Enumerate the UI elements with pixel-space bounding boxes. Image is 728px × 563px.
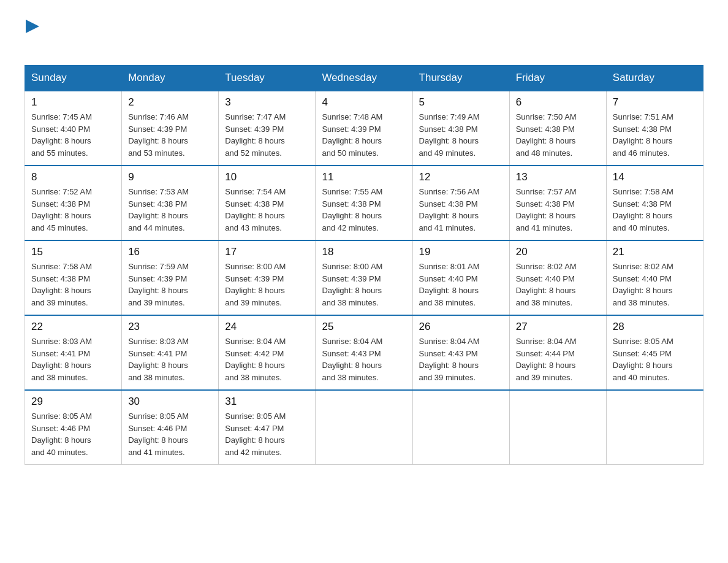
day-number: 9	[128, 171, 212, 183]
day-number: 23	[128, 321, 212, 333]
day-info: Sunrise: 7:47 AM Sunset: 4:39 PM Dayligh…	[225, 111, 309, 159]
calendar-cell	[606, 390, 703, 465]
day-info: Sunrise: 8:03 AM Sunset: 4:41 PM Dayligh…	[128, 335, 212, 383]
calendar-cell: 8 Sunrise: 7:52 AM Sunset: 4:38 PM Dayli…	[25, 166, 122, 240]
calendar-cell: 29 Sunrise: 8:05 AM Sunset: 4:46 PM Dayl…	[25, 390, 122, 465]
day-info: Sunrise: 7:55 AM Sunset: 4:38 PM Dayligh…	[322, 186, 406, 234]
calendar-cell: 14 Sunrise: 7:58 AM Sunset: 4:38 PM Dayl…	[606, 166, 703, 240]
calendar-cell: 10 Sunrise: 7:54 AM Sunset: 4:38 PM Dayl…	[219, 166, 316, 240]
day-info: Sunrise: 8:04 AM Sunset: 4:43 PM Dayligh…	[322, 335, 406, 383]
day-number: 17	[225, 246, 309, 258]
day-info: Sunrise: 8:05 AM Sunset: 4:46 PM Dayligh…	[128, 410, 212, 458]
calendar-cell: 20 Sunrise: 8:02 AM Sunset: 4:40 PM Dayl…	[509, 240, 606, 315]
day-info: Sunrise: 7:52 AM Sunset: 4:38 PM Dayligh…	[31, 186, 115, 234]
calendar-header-wednesday: Wednesday	[316, 66, 412, 91]
calendar-cell: 12 Sunrise: 7:56 AM Sunset: 4:38 PM Dayl…	[412, 166, 509, 240]
calendar-cell: 16 Sunrise: 7:59 AM Sunset: 4:39 PM Dayl…	[122, 240, 219, 315]
calendar-week-row: 22 Sunrise: 8:03 AM Sunset: 4:41 PM Dayl…	[25, 315, 703, 390]
day-number: 28	[613, 321, 697, 333]
calendar-cell: 27 Sunrise: 8:04 AM Sunset: 4:44 PM Dayl…	[509, 315, 606, 390]
calendar-cell: 1 Sunrise: 7:45 AM Sunset: 4:40 PM Dayli…	[25, 91, 122, 166]
calendar-cell: 2 Sunrise: 7:46 AM Sunset: 4:39 PM Dayli…	[122, 91, 219, 166]
calendar-cell: 23 Sunrise: 8:03 AM Sunset: 4:41 PM Dayl…	[122, 315, 219, 390]
calendar-cell	[412, 390, 509, 465]
day-info: Sunrise: 7:59 AM Sunset: 4:39 PM Dayligh…	[128, 261, 212, 308]
calendar-cell: 11 Sunrise: 7:55 AM Sunset: 4:38 PM Dayl…	[316, 166, 412, 240]
logo-arrow-icon	[26, 20, 39, 33]
calendar-week-row: 15 Sunrise: 7:58 AM Sunset: 4:38 PM Dayl…	[25, 240, 703, 315]
day-number: 20	[516, 246, 600, 258]
day-info: Sunrise: 8:00 AM Sunset: 4:39 PM Dayligh…	[322, 261, 406, 308]
calendar-header-saturday: Saturday	[606, 66, 703, 91]
calendar-week-row: 1 Sunrise: 7:45 AM Sunset: 4:40 PM Dayli…	[25, 91, 703, 166]
day-info: Sunrise: 7:54 AM Sunset: 4:38 PM Dayligh…	[225, 186, 309, 234]
day-info: Sunrise: 7:57 AM Sunset: 4:38 PM Dayligh…	[516, 186, 600, 234]
day-info: Sunrise: 8:00 AM Sunset: 4:39 PM Dayligh…	[225, 261, 309, 308]
day-info: Sunrise: 8:04 AM Sunset: 4:43 PM Dayligh…	[419, 335, 503, 383]
day-number: 16	[128, 246, 212, 258]
day-number: 15	[31, 246, 115, 258]
calendar-cell: 28 Sunrise: 8:05 AM Sunset: 4:45 PM Dayl…	[606, 315, 703, 390]
calendar-cell: 4 Sunrise: 7:48 AM Sunset: 4:39 PM Dayli…	[316, 91, 412, 166]
day-info: Sunrise: 8:01 AM Sunset: 4:40 PM Dayligh…	[419, 261, 503, 308]
day-info: Sunrise: 7:46 AM Sunset: 4:39 PM Dayligh…	[128, 111, 212, 159]
day-number: 10	[225, 171, 309, 183]
calendar-cell: 18 Sunrise: 8:00 AM Sunset: 4:39 PM Dayl…	[316, 240, 412, 315]
day-info: Sunrise: 8:05 AM Sunset: 4:47 PM Dayligh…	[225, 410, 309, 458]
calendar-header-friday: Friday	[509, 66, 606, 91]
day-number: 25	[322, 321, 406, 333]
day-info: Sunrise: 7:58 AM Sunset: 4:38 PM Dayligh…	[31, 261, 115, 308]
calendar-cell: 15 Sunrise: 7:58 AM Sunset: 4:38 PM Dayl…	[25, 240, 122, 315]
svg-marker-0	[26, 20, 39, 33]
calendar-header-row: SundayMondayTuesdayWednesdayThursdayFrid…	[25, 66, 703, 91]
day-number: 1	[31, 96, 115, 109]
calendar-cell: 21 Sunrise: 8:02 AM Sunset: 4:40 PM Dayl…	[606, 240, 703, 315]
day-number: 3	[225, 96, 309, 109]
day-info: Sunrise: 7:58 AM Sunset: 4:38 PM Dayligh…	[613, 186, 697, 234]
calendar-header-sunday: Sunday	[25, 66, 122, 91]
calendar-header-thursday: Thursday	[412, 66, 509, 91]
day-number: 2	[128, 96, 212, 109]
calendar-header-tuesday: Tuesday	[219, 66, 316, 91]
calendar-cell: 3 Sunrise: 7:47 AM Sunset: 4:39 PM Dayli…	[219, 91, 316, 166]
day-info: Sunrise: 7:56 AM Sunset: 4:38 PM Dayligh…	[419, 186, 503, 234]
day-number: 12	[419, 171, 503, 183]
day-number: 31	[225, 396, 309, 408]
day-info: Sunrise: 7:51 AM Sunset: 4:38 PM Dayligh…	[613, 111, 697, 159]
day-number: 6	[516, 96, 600, 109]
page-header	[25, 18, 703, 53]
calendar-cell: 13 Sunrise: 7:57 AM Sunset: 4:38 PM Dayl…	[509, 166, 606, 240]
day-info: Sunrise: 8:05 AM Sunset: 4:45 PM Dayligh…	[613, 335, 697, 383]
day-number: 8	[31, 171, 115, 183]
day-info: Sunrise: 8:02 AM Sunset: 4:40 PM Dayligh…	[613, 261, 697, 308]
day-number: 29	[31, 396, 115, 408]
day-number: 13	[516, 171, 600, 183]
day-info: Sunrise: 7:50 AM Sunset: 4:38 PM Dayligh…	[516, 111, 600, 159]
day-info: Sunrise: 8:03 AM Sunset: 4:41 PM Dayligh…	[31, 335, 115, 383]
calendar-cell: 31 Sunrise: 8:05 AM Sunset: 4:47 PM Dayl…	[219, 390, 316, 465]
day-number: 5	[419, 96, 503, 109]
calendar-cell: 6 Sunrise: 7:50 AM Sunset: 4:38 PM Dayli…	[509, 91, 606, 166]
calendar-cell	[316, 390, 412, 465]
day-number: 18	[322, 246, 406, 258]
day-info: Sunrise: 8:05 AM Sunset: 4:46 PM Dayligh…	[31, 410, 115, 458]
day-number: 22	[31, 321, 115, 333]
day-number: 30	[128, 396, 212, 408]
calendar-week-row: 8 Sunrise: 7:52 AM Sunset: 4:38 PM Dayli…	[25, 166, 703, 240]
calendar-cell: 26 Sunrise: 8:04 AM Sunset: 4:43 PM Dayl…	[412, 315, 509, 390]
calendar-week-row: 29 Sunrise: 8:05 AM Sunset: 4:46 PM Dayl…	[25, 390, 703, 465]
calendar-cell: 30 Sunrise: 8:05 AM Sunset: 4:46 PM Dayl…	[122, 390, 219, 465]
calendar-cell: 24 Sunrise: 8:04 AM Sunset: 4:42 PM Dayl…	[219, 315, 316, 390]
day-number: 19	[419, 246, 503, 258]
calendar-cell: 22 Sunrise: 8:03 AM Sunset: 4:41 PM Dayl…	[25, 315, 122, 390]
calendar-cell	[509, 390, 606, 465]
day-info: Sunrise: 8:02 AM Sunset: 4:40 PM Dayligh…	[516, 261, 600, 308]
day-number: 24	[225, 321, 309, 333]
calendar-cell: 19 Sunrise: 8:01 AM Sunset: 4:40 PM Dayl…	[412, 240, 509, 315]
calendar-cell: 7 Sunrise: 7:51 AM Sunset: 4:38 PM Dayli…	[606, 91, 703, 166]
day-number: 26	[419, 321, 503, 333]
day-number: 27	[516, 321, 600, 333]
logo	[25, 18, 39, 53]
calendar-header-monday: Monday	[122, 66, 219, 91]
day-number: 14	[613, 171, 697, 183]
